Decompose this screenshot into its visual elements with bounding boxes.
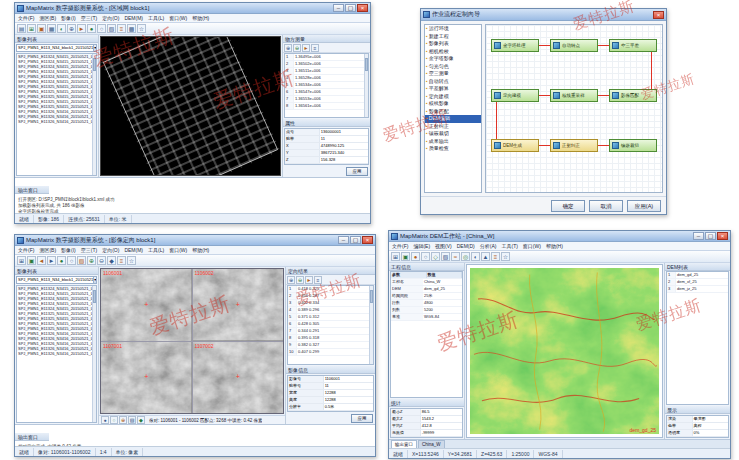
aerial-image-tile[interactable]: 1106002 +: [193, 269, 284, 341]
dialog-title-bar[interactable]: 作业流程定制向导 ×: [421, 9, 666, 21]
add-point-icon[interactable]: ⊕: [87, 256, 96, 265]
table-row[interactable]: 列数5200: [391, 307, 462, 314]
zoom-out-icon[interactable]: ○: [421, 252, 430, 261]
table-row[interactable]: DEMdem_gd_25: [391, 286, 462, 293]
menu-item[interactable]: 窗口(W): [523, 243, 541, 249]
delete-point-icon[interactable]: ⊖: [293, 44, 301, 52]
table-row[interactable]: 1dem_gd_25: [667, 272, 728, 279]
menu-item[interactable]: 分析(A): [480, 243, 497, 249]
dialog-button[interactable]: 取消: [589, 200, 623, 212]
close-button[interactable]: ×: [357, 4, 368, 12]
table-row[interactable]: 3dem_jz_25: [667, 286, 728, 293]
workflow-step-item[interactable]: ▪ 自动转点: [425, 78, 481, 86]
title-bar[interactable]: MapMatrix 数字摄影测量系统 - [影像定向 block1] – ▢ ×: [15, 235, 375, 246]
aerial-image-tile[interactable]: 1107002 +: [193, 342, 284, 414]
workflow-node[interactable]: 正射纠正: [550, 139, 598, 152]
table-row[interactable]: 50.371 0.312: [288, 314, 373, 321]
grid-icon[interactable]: ▩: [127, 24, 136, 33]
run-icon[interactable]: ►: [77, 24, 86, 33]
workflow-node[interactable]: 空三平差: [609, 39, 657, 52]
workflow-step-item[interactable]: ▪ 核线影像: [425, 100, 481, 108]
column-header[interactable]: 数值: [427, 272, 463, 278]
table-row[interactable]: 10.418 0.325: [288, 286, 373, 293]
table-row[interactable]: 11.36495e+006: [285, 54, 368, 61]
menu-item[interactable]: 帮助(H): [192, 15, 209, 21]
column-header[interactable]: 参数: [391, 272, 427, 278]
left-panel-tab[interactable]: 影像列表: [15, 35, 98, 43]
save-icon[interactable]: ▣: [401, 252, 410, 261]
smooth-icon[interactable]: ≡: [491, 252, 500, 261]
contour-icon[interactable]: ◎: [461, 252, 470, 261]
workflow-node[interactable]: 影像匹配: [609, 89, 657, 102]
open-project-icon[interactable]: ⊞: [27, 24, 36, 33]
workflow-step-item[interactable]: ▪ 运行环境: [425, 25, 481, 33]
workflow-step-item[interactable]: ▪ 定向建模: [425, 93, 481, 101]
apply-button[interactable]: 应用: [346, 167, 368, 176]
dialog-button[interactable]: 确定: [551, 200, 585, 212]
measure-icon[interactable]: ◆: [137, 416, 145, 424]
right-panel-tab[interactable]: 物方测量: [283, 35, 370, 43]
zoom-out-icon[interactable]: ○: [67, 256, 76, 265]
vertical-scrollbar[interactable]: [92, 54, 96, 175]
output-tab[interactable]: 输出窗口: [15, 433, 49, 441]
fit-view-icon[interactable]: ▧: [77, 256, 86, 265]
scrollbar-thumb[interactable]: [370, 290, 373, 303]
table-row[interactable]: 60.428 0.305: [288, 321, 373, 328]
table-row[interactable]: 100.407 0.299: [288, 349, 373, 356]
aerial-image-tile[interactable]: 1107001 +: [101, 342, 192, 414]
table-row[interactable]: 21.36502e+006: [285, 61, 368, 68]
menu-item[interactable]: 文件(F): [392, 243, 408, 249]
menu-item[interactable]: 工具(L): [148, 15, 164, 21]
project-info-tab[interactable]: 工程信息: [389, 263, 464, 271]
image-list-item[interactable]: SPJ_PMN1_E11326_N3416_20150521_L14800_11…: [17, 119, 96, 124]
settings-icon[interactable]: ☆: [127, 256, 136, 265]
block-combo[interactable]: SPJ_PMN1_E113_N34_block1_20150521 ▾: [16, 276, 97, 284]
previous-pair-icon[interactable]: ◄: [37, 256, 46, 265]
menu-item[interactable]: 定向(O): [102, 247, 119, 253]
add-point-icon[interactable]: ⊕: [287, 276, 295, 284]
fit-view-icon[interactable]: ▧: [441, 252, 450, 261]
dem-list-tab[interactable]: DEM列表: [665, 263, 730, 271]
image-list-item[interactable]: SPJ_PMN1_E11326_N3416_20150521_L14800_11…: [17, 351, 96, 356]
table-row[interactable]: 51.36534e+006: [285, 82, 368, 89]
open-project-icon[interactable]: ⊞: [391, 252, 400, 261]
table-row[interactable]: 31.36511e+006: [285, 68, 368, 75]
right-panel-tab[interactable]: 定向结果: [286, 267, 375, 275]
edit-dem-icon[interactable]: ▲: [481, 252, 490, 261]
menu-item[interactable]: DEM(M): [124, 15, 143, 21]
table-row[interactable]: 70.344 0.291: [288, 328, 373, 335]
chevron-down-icon[interactable]: ▾: [93, 45, 96, 51]
tie-point-icon[interactable]: ⊕: [67, 24, 76, 33]
menu-item[interactable]: 文件(F): [18, 15, 34, 21]
vertical-scrollbar[interactable]: [92, 286, 96, 422]
maximize-button[interactable]: ▢: [350, 236, 361, 244]
workflow-step-item[interactable]: ▪ 镶嵌裁切: [425, 130, 481, 138]
workflow-step-item[interactable]: ▪ 正射纠正: [425, 123, 481, 131]
zoom-out-icon[interactable]: ○: [97, 24, 106, 33]
menu-item[interactable]: 窗口(W): [169, 247, 187, 253]
menu-item[interactable]: 文件(F): [18, 247, 34, 253]
chevron-down-icon[interactable]: ▾: [93, 277, 96, 283]
delete-point-icon[interactable]: ⊖: [296, 276, 304, 284]
import-images-icon[interactable]: ▦: [47, 24, 56, 33]
title-bar[interactable]: MapMatrix DEM工作站 - [China_W] – ▢ ×: [389, 231, 730, 242]
table-row[interactable]: 40.389 0.296: [288, 307, 373, 314]
table-row[interactable]: 61.36547e+006: [285, 89, 368, 96]
menu-item[interactable]: DEM(M): [124, 247, 143, 253]
maximize-button[interactable]: ▢: [345, 4, 356, 12]
bottom-tab[interactable]: China_W: [418, 440, 445, 448]
table-row[interactable]: 30.402 0.334: [288, 300, 373, 307]
table-row[interactable]: 90.382 0.327: [288, 342, 373, 349]
workflow-step-item[interactable]: ▪ 相机检校: [425, 48, 481, 56]
fit-view-icon[interactable]: ▧: [128, 416, 136, 424]
menu-item[interactable]: 帮助(H): [546, 243, 563, 249]
settings-icon[interactable]: ☆: [501, 252, 510, 261]
table-row[interactable]: 基准WGS-84: [391, 314, 462, 321]
dem-map-canvas[interactable]: dem_gd_25: [466, 264, 663, 438]
close-button[interactable]: ×: [362, 236, 373, 244]
apply-button[interactable]: 应用: [351, 414, 373, 423]
workflow-node[interactable]: DEM生成: [491, 139, 539, 152]
workflow-step-item[interactable]: ▪ 影像列表: [425, 40, 481, 48]
workflow-node[interactable]: 核线重采样: [550, 89, 598, 102]
workflow-step-item[interactable]: ▪ 质量检查: [425, 145, 481, 153]
